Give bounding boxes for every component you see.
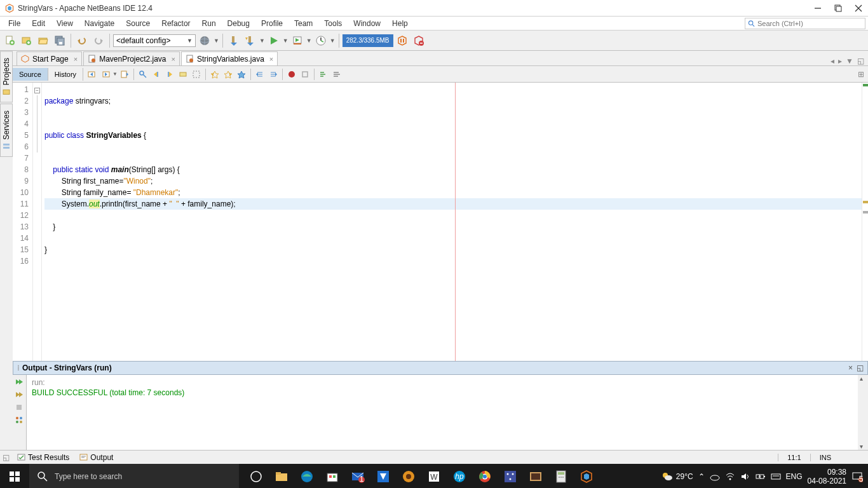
- pause-indexing-button[interactable]: [395, 33, 410, 48]
- run-button[interactable]: [266, 33, 281, 48]
- minimize-button[interactable]: [813, 4, 822, 13]
- menu-team[interactable]: Team: [288, 18, 318, 29]
- shift-left-button[interactable]: [254, 68, 266, 81]
- history-view-tab[interactable]: History: [48, 68, 83, 81]
- open-project-button[interactable]: [36, 33, 51, 48]
- find-next-button[interactable]: [163, 68, 176, 81]
- netbeans-taskbar-icon[interactable]: [574, 464, 599, 488]
- tab-nav-prev-icon[interactable]: ◂: [831, 57, 834, 65]
- stop-indexing-button[interactable]: [411, 33, 426, 48]
- start-button[interactable]: [0, 464, 29, 488]
- undo-button[interactable]: [74, 33, 90, 48]
- rerun-button[interactable]: [15, 377, 25, 388]
- code-editor-area[interactable]: 12345678910111213141516 − package string…: [13, 83, 868, 361]
- calc-icon[interactable]: [549, 464, 573, 488]
- memory-gauge[interactable]: 282.3/336.5MB: [342, 34, 393, 47]
- output-text[interactable]: run:BUILD SUCCESSFUL (total time: 7 seco…: [27, 375, 858, 450]
- onedrive-icon[interactable]: [710, 471, 720, 482]
- toggle-rect-select-button[interactable]: [190, 68, 203, 81]
- battery-icon[interactable]: [756, 471, 766, 482]
- rerun-debug-button[interactable]: [15, 390, 25, 400]
- notifications-icon[interactable]: 5: [851, 471, 863, 482]
- menu-help[interactable]: Help: [386, 18, 414, 29]
- menu-view[interactable]: View: [51, 18, 79, 29]
- tab-close-icon[interactable]: ×: [74, 55, 78, 63]
- explorer-icon[interactable]: [269, 464, 294, 488]
- shift-right-button[interactable]: [267, 68, 280, 81]
- menu-refactor[interactable]: Refactor: [156, 18, 196, 29]
- menu-window[interactable]: Window: [348, 18, 386, 29]
- edge-icon[interactable]: [295, 464, 319, 488]
- source-view-tab[interactable]: Source: [13, 68, 48, 81]
- comment-button[interactable]: [317, 68, 330, 81]
- keyboard-icon[interactable]: [771, 471, 781, 482]
- find-prev-button[interactable]: [150, 68, 163, 81]
- tab-close-icon[interactable]: ×: [269, 55, 273, 63]
- app-icon-5[interactable]: [524, 464, 548, 488]
- store-icon[interactable]: [320, 464, 344, 488]
- app-icon-3[interactable]: W: [422, 464, 446, 488]
- toggle-highlight-button[interactable]: [177, 68, 189, 81]
- menu-navigate[interactable]: Navigate: [79, 18, 120, 29]
- tab-nav-next-icon[interactable]: ▸: [838, 57, 842, 65]
- editor-tab[interactable]: Start Page×: [17, 51, 82, 65]
- output-minimize-icon[interactable]: ◱: [857, 363, 864, 372]
- clock[interactable]: 09:3804-08-2021: [808, 468, 846, 485]
- menu-edit[interactable]: Edit: [26, 18, 51, 29]
- bottom-tab-output[interactable]: Output: [74, 452, 118, 463]
- save-all-button[interactable]: [52, 33, 67, 48]
- debug-button[interactable]: [290, 33, 305, 48]
- next-bookmark-button[interactable]: [222, 68, 234, 81]
- code-content[interactable]: package stringvars; public class StringV…: [42, 83, 862, 361]
- fold-column[interactable]: −: [33, 83, 42, 361]
- profile-button[interactable]: [313, 33, 329, 48]
- find-selection-button[interactable]: [137, 68, 149, 81]
- error-stripe[interactable]: [862, 83, 868, 361]
- macro-stop-button[interactable]: [299, 68, 311, 81]
- new-file-button[interactable]: [3, 33, 18, 48]
- bottom-tab-test-results[interactable]: Test Results: [12, 452, 74, 463]
- toggle-bookmark-button[interactable]: [235, 68, 248, 81]
- globe-button[interactable]: [197, 33, 212, 48]
- menu-profile[interactable]: Profile: [255, 18, 288, 29]
- tab-dropdown-icon[interactable]: ▼: [846, 57, 853, 65]
- app-icon-2[interactable]: [397, 464, 421, 488]
- insert-mode[interactable]: INS: [810, 454, 840, 461]
- sidetab-services[interactable]: Services: [0, 104, 13, 157]
- output-scrollbar[interactable]: [858, 375, 868, 450]
- stop-output-button[interactable]: [15, 403, 25, 413]
- menu-source[interactable]: Source: [120, 18, 156, 29]
- output-close-icon[interactable]: ×: [848, 363, 853, 372]
- last-edit-button[interactable]: [118, 68, 131, 81]
- menu-run[interactable]: Run: [196, 18, 222, 29]
- settings-output-button[interactable]: [15, 416, 25, 426]
- chrome-icon[interactable]: [473, 464, 497, 488]
- nav-back-button[interactable]: [86, 68, 98, 81]
- editor-tab[interactable]: MavenProject2.java×: [83, 51, 180, 65]
- app-icon-4[interactable]: [498, 464, 522, 488]
- redo-button[interactable]: [91, 33, 106, 48]
- close-button[interactable]: [854, 4, 863, 13]
- clean-build-button[interactable]: [243, 33, 258, 48]
- prev-bookmark-button[interactable]: [208, 68, 221, 81]
- maximize-editor-icon[interactable]: ◱: [857, 57, 864, 65]
- build-button[interactable]: [226, 33, 241, 48]
- search-box[interactable]: [745, 18, 865, 29]
- sidetab-projects[interactable]: Projects: [0, 51, 13, 102]
- menu-tools[interactable]: Tools: [318, 18, 348, 29]
- split-editor-icon[interactable]: ⊞: [858, 70, 868, 79]
- restore-window-icon[interactable]: ◱: [3, 453, 10, 462]
- mail-icon[interactable]: 1: [346, 464, 370, 488]
- uncomment-button[interactable]: [330, 68, 343, 81]
- taskbar-search[interactable]: Type here to search: [29, 464, 239, 488]
- menu-debug[interactable]: Debug: [222, 18, 255, 29]
- tray-chevron-icon[interactable]: ⌃: [698, 472, 705, 481]
- search-input[interactable]: [757, 20, 862, 27]
- wifi-icon[interactable]: [725, 471, 735, 482]
- output-panel-header[interactable]: ⁞ Output - StringVars (run) × ◱: [13, 361, 868, 375]
- hp-icon[interactable]: hp: [447, 464, 471, 488]
- language-indicator[interactable]: ENG: [786, 472, 803, 481]
- maximize-button[interactable]: [834, 4, 843, 13]
- tab-close-icon[interactable]: ×: [172, 55, 175, 63]
- volume-icon[interactable]: [740, 471, 750, 482]
